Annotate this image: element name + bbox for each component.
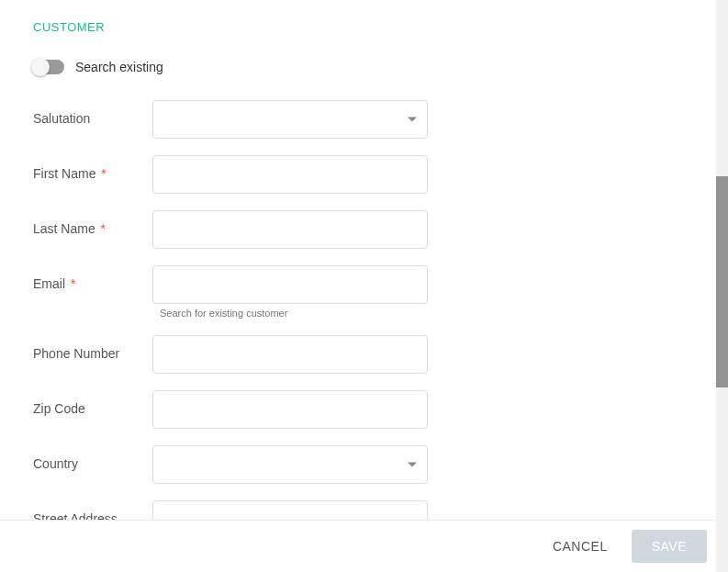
search-existing-row: Search existing <box>0 34 716 74</box>
customer-form: Salutation First Name * Last Name * <box>0 74 716 520</box>
email-row: Email * Search for existing customer <box>33 265 716 319</box>
form-scroll-area: CUSTOMER Search existing Salutation Firs… <box>0 0 716 520</box>
salutation-input-wrap <box>152 100 428 139</box>
zip-code-input-wrap <box>152 390 428 429</box>
required-mark: * <box>101 221 106 236</box>
country-input-wrap <box>152 445 428 484</box>
toggle-knob <box>31 58 50 76</box>
label-text: Last Name <box>33 221 95 236</box>
label-text: Phone Number <box>33 346 119 361</box>
first-name-input[interactable] <box>152 155 428 194</box>
phone-number-input-wrap <box>152 335 428 374</box>
phone-number-input[interactable] <box>152 335 428 374</box>
salutation-select[interactable] <box>152 100 428 139</box>
label-text: Email <box>33 276 65 291</box>
email-helper-text: Search for existing customer <box>152 308 428 319</box>
first-name-input-wrap <box>152 155 428 194</box>
salutation-label: Salutation <box>33 100 152 126</box>
email-input-wrap: Search for existing customer <box>152 265 428 319</box>
label-text: Zip Code <box>33 401 85 416</box>
search-existing-toggle[interactable] <box>33 60 64 74</box>
zip-code-input[interactable] <box>152 390 428 429</box>
label-text: Country <box>33 456 78 471</box>
email-input[interactable] <box>152 265 428 304</box>
street-address-input[interactable] <box>152 500 428 520</box>
last-name-row: Last Name * <box>33 210 716 249</box>
street-address-row: Street Address <box>33 500 716 520</box>
label-text: First Name <box>33 166 95 181</box>
last-name-input-wrap <box>152 210 428 249</box>
footer-action-bar: CANCEL SAVE <box>0 520 716 572</box>
zip-code-label: Zip Code <box>33 390 152 416</box>
page-scrollbar-thumb[interactable] <box>716 176 728 387</box>
street-address-label: Street Address <box>33 500 152 520</box>
country-select[interactable] <box>152 445 428 484</box>
last-name-input[interactable] <box>152 210 428 249</box>
search-existing-label: Search existing <box>75 60 163 74</box>
phone-number-label: Phone Number <box>33 335 152 361</box>
phone-number-row: Phone Number <box>33 335 716 374</box>
first-name-row: First Name * <box>33 155 716 194</box>
country-row: Country <box>33 445 716 484</box>
required-mark: * <box>71 276 75 291</box>
first-name-label: First Name * <box>33 155 152 181</box>
required-mark: * <box>101 166 106 181</box>
street-address-input-wrap <box>152 500 428 520</box>
label-text: Street Address <box>33 511 118 520</box>
label-text: Salutation <box>33 111 90 126</box>
cancel-button[interactable]: CANCEL <box>536 530 624 563</box>
country-label: Country <box>33 445 152 471</box>
zip-code-row: Zip Code <box>33 390 716 429</box>
save-button[interactable]: SAVE <box>632 530 707 563</box>
salutation-row: Salutation <box>33 100 716 139</box>
email-label: Email * <box>33 265 152 291</box>
last-name-label: Last Name * <box>33 210 152 236</box>
section-title: CUSTOMER <box>0 0 716 34</box>
